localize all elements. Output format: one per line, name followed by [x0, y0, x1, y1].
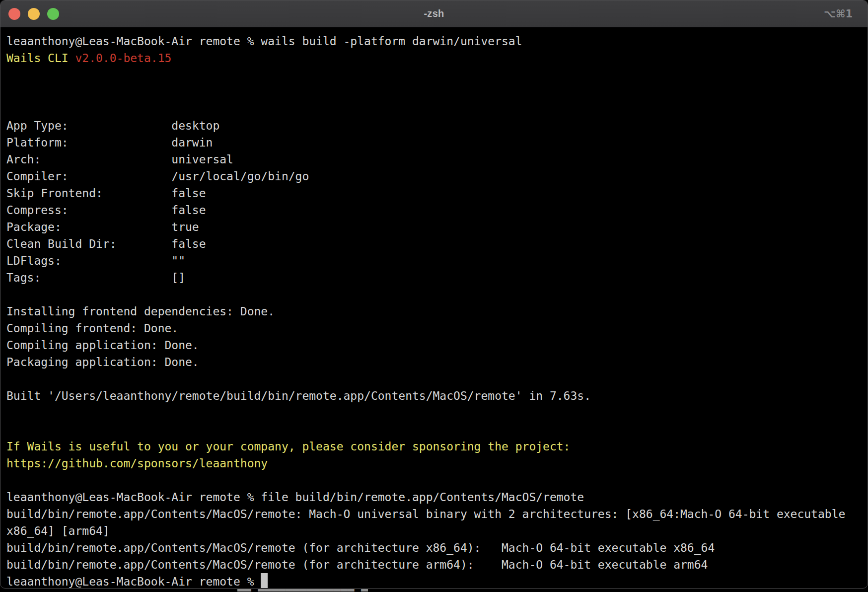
terminal-text-segment: Compress: false [6, 204, 206, 217]
terminal-line: If Wails is useful to you or your compan… [6, 438, 868, 455]
terminal-line: Packaging application: Done. [6, 354, 868, 370]
terminal-output[interactable]: leaanthony@Leas-MacBook-Air remote % wai… [0, 27, 868, 589]
terminal-text-segment: LDFlags: "" [6, 254, 185, 267]
terminal-line [6, 370, 868, 387]
terminal-line: Wails CLI v2.0.0-beta.15 [6, 50, 868, 67]
window-title: -zsh [0, 8, 868, 19]
terminal-line: Tags: [] [6, 269, 868, 286]
terminal-line: Built '/Users/leaanthony/remote/build/bi… [6, 387, 868, 404]
terminal-text-segment: Clean Build Dir: false [6, 237, 206, 250]
terminal-line: Compress: false [6, 202, 868, 219]
window-titlebar[interactable]: -zsh ⌥⌘1 [0, 0, 868, 27]
terminal-text-segment: Compiling application: Done. [6, 339, 199, 352]
zoom-window-button[interactable] [47, 8, 59, 20]
terminal-line: x86_64] [arm64] [6, 522, 868, 539]
clipped-text-fragment: ▀▀ ▀▀▀▀▀▀▀▀▀▀▀▀▀▀ ▀ [237, 589, 368, 592]
terminal-line: build/bin/remote.app/Contents/MacOS/remo… [6, 539, 868, 556]
terminal-line: Installing frontend dependencies: Done. [6, 303, 868, 320]
terminal-line: build/bin/remote.app/Contents/MacOS/remo… [6, 556, 868, 573]
terminal-line [6, 421, 868, 438]
terminal-line: Arch: universal [6, 151, 868, 168]
terminal-text-segment: Compiling frontend: Done. [6, 322, 178, 335]
terminal-text-segment: https://github.com/sponsors/leaanthony [6, 457, 268, 470]
terminal-text-segment: x86_64] [arm64] [6, 524, 110, 537]
terminal-line: build/bin/remote.app/Contents/MacOS/remo… [6, 506, 868, 522]
terminal-window: -zsh ⌥⌘1 leaanthony@Leas-MacBook-Air rem… [0, 0, 868, 589]
terminal-text-segment: Skip Frontend: false [6, 187, 206, 200]
terminal-line: LDFlags: "" [6, 252, 868, 269]
terminal-text-segment: Package: true [6, 221, 199, 233]
terminal-text-segment: v2.0.0-beta.15 [75, 52, 171, 65]
terminal-line [6, 472, 868, 489]
terminal-text-segment: build/bin/remote.app/Contents/MacOS/remo… [6, 508, 845, 520]
terminal-text-segment: build/bin/remote.app/Contents/MacOS/remo… [6, 558, 708, 571]
close-window-button[interactable] [8, 8, 20, 20]
terminal-line [6, 404, 868, 421]
terminal-line: leaanthony@Leas-MacBook-Air remote % [6, 573, 868, 589]
terminal-line [6, 67, 868, 83]
terminal-text-segment: Packaging application: Done. [6, 356, 199, 369]
terminal-line [6, 100, 868, 117]
terminal-line: leaanthony@Leas-MacBook-Air remote % wai… [6, 33, 868, 50]
terminal-text-segment: Compiler: /usr/local/go/bin/go [6, 170, 309, 183]
terminal-text-segment: Tags: [] [6, 271, 185, 284]
terminal-text-segment: Wails CLI [6, 52, 75, 65]
terminal-text-segment: build/bin/remote.app/Contents/MacOS/remo… [6, 541, 715, 554]
terminal-line [6, 286, 868, 303]
terminal-text-segment: Installing frontend dependencies: Done. [6, 305, 275, 318]
window-shortcut-badge: ⌥⌘1 [824, 0, 853, 27]
traffic-lights [8, 0, 59, 27]
terminal-cursor [261, 573, 268, 589]
desktop-background: -zsh ⌥⌘1 leaanthony@Leas-MacBook-Air rem… [0, 0, 868, 592]
terminal-text-segment: If Wails is useful to you or your compan… [6, 440, 570, 453]
terminal-text-segment: Built '/Users/leaanthony/remote/build/bi… [6, 389, 591, 402]
terminal-line: Package: true [6, 219, 868, 235]
terminal-text-segment: App Type: desktop [6, 119, 219, 132]
terminal-text-segment: leaanthony@Leas-MacBook-Air remote % wai… [6, 35, 522, 48]
terminal-line: Compiling application: Done. [6, 337, 868, 354]
terminal-text-segment: Platform: darwin [6, 136, 213, 149]
terminal-line: https://github.com/sponsors/leaanthony [6, 455, 868, 472]
terminal-line: Compiling frontend: Done. [6, 320, 868, 337]
terminal-line: App Type: desktop [6, 117, 868, 134]
terminal-line: Compiler: /usr/local/go/bin/go [6, 168, 868, 185]
terminal-line: Platform: darwin [6, 134, 868, 151]
terminal-text-segment: Arch: universal [6, 153, 233, 166]
minimize-window-button[interactable] [28, 8, 40, 20]
terminal-line: Clean Build Dir: false [6, 235, 868, 252]
terminal-line: leaanthony@Leas-MacBook-Air remote % fil… [6, 489, 868, 506]
terminal-text-segment: leaanthony@Leas-MacBook-Air remote % [6, 575, 261, 588]
terminal-line [6, 83, 868, 100]
terminal-text-segment: leaanthony@Leas-MacBook-Air remote % fil… [6, 491, 584, 504]
terminal-line: Skip Frontend: false [6, 185, 868, 202]
